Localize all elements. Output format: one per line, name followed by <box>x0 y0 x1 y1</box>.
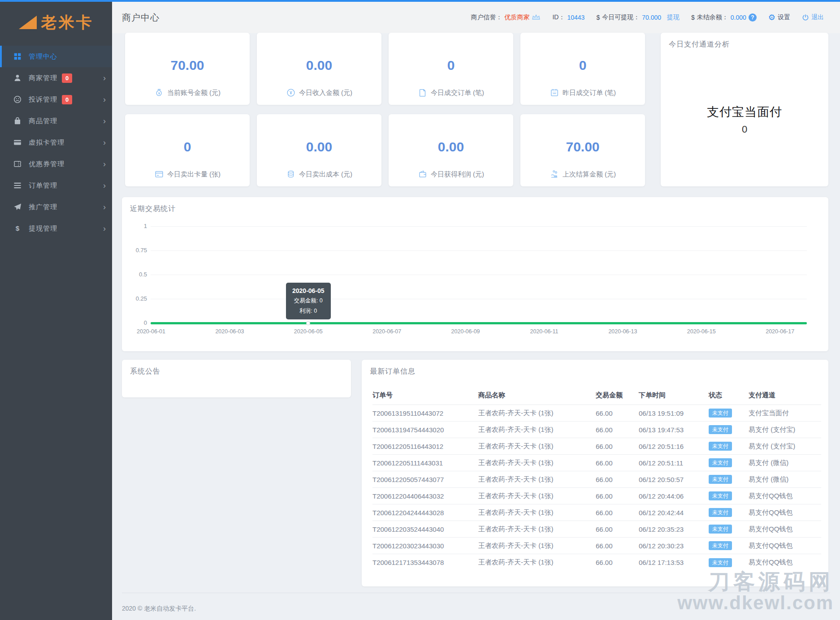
chart-line-series <box>151 322 807 324</box>
orders-table: 订单号商品名称交易金额下单时间状态支付通道T200613195110443072… <box>372 386 821 571</box>
sidebar-item-dashboard[interactable]: 管理中心 <box>0 46 112 67</box>
stat-card: 0昨日成交订单 (笔) <box>520 33 645 105</box>
stat-label: 今日卖出卡量 (张) <box>167 170 221 179</box>
sidebar-item-complaint[interactable]: 投诉管理0› <box>0 89 112 110</box>
status-badge: 未支付 <box>709 425 732 434</box>
table-row: T200612204406443032王者农药-齐天-天卡 (1张)66.000… <box>372 488 821 504</box>
cell-time: 06/12 20:35:23 <box>639 525 709 533</box>
cell-time: 06/12 20:50:57 <box>639 476 709 483</box>
withdraw-link[interactable]: 提现 <box>667 13 680 22</box>
sidebar-item-product[interactable]: 商品管理› <box>0 110 112 132</box>
order-icon <box>13 181 22 190</box>
dollar-icon: $ <box>691 14 695 21</box>
status-badge: 未支付 <box>709 442 732 451</box>
withdrawable-value: 70.000 <box>642 14 661 21</box>
cell-time: 06/13 19:47:53 <box>639 426 709 434</box>
tooltip-line: 利润: 0 <box>290 307 327 315</box>
x-axis-tick: 2020-06-15 <box>675 328 728 335</box>
watermark-line1: 刀客源码网 <box>677 571 834 593</box>
cell-order-no: T200612204244443028 <box>372 509 478 517</box>
unsettled-value: 0.000 <box>731 14 746 21</box>
settings-group[interactable]: ⚙ 设置 <box>768 13 790 22</box>
app-logo: 老米卡 <box>0 2 112 43</box>
sidebar-item-label: 优惠券管理 <box>29 160 65 168</box>
x-axis-tick: 2020-06-01 <box>124 328 178 335</box>
cell-time: 06/12 20:30:23 <box>639 542 709 550</box>
cell-amount: 66.00 <box>596 559 639 566</box>
orders-title: 最新订单信息 <box>362 360 828 383</box>
y-axis-tick: 0.5 <box>122 271 147 278</box>
sidebar-item-merchant[interactable]: 商家管理0› <box>0 67 112 89</box>
chart-gridline <box>151 226 807 227</box>
stat-value: 0.00 <box>389 139 513 155</box>
help-icon[interactable]: ? <box>749 13 757 22</box>
sidebar-item-virtual-card[interactable]: 虚拟卡管理› <box>0 132 112 153</box>
sidebar-menu: 管理中心商家管理0›投诉管理0›商品管理›虚拟卡管理›优惠券管理›订单管理›推广… <box>0 46 112 239</box>
stat-label: 上次结算金额 (元) <box>563 170 616 179</box>
table-row: T200612205111443031王者农药-齐天-天卡 (1张)66.000… <box>372 455 821 471</box>
cell-order-no: T200612203524443040 <box>372 525 478 533</box>
chevron-right-icon: › <box>103 181 106 189</box>
stat-value: 70.00 <box>520 139 645 155</box>
x-axis-tick: 2020-06-03 <box>203 328 256 335</box>
cell-order-no: T200613194754443020 <box>372 426 478 434</box>
stat-cards: 70.00当前账号金额 (元)0.00今日收入金额 (元)0今日成交订单 (笔)… <box>125 33 645 186</box>
top-accent-line <box>0 0 840 2</box>
coupon-icon <box>13 159 22 168</box>
sidebar-item-label: 订单管理 <box>29 181 57 190</box>
column-header: 状态 <box>709 391 749 400</box>
column-header: 订单号 <box>372 391 478 400</box>
logout-group[interactable]: 退出 <box>802 13 824 22</box>
chart-tooltip: 2020-06-05交易金额: 0利润: 0 <box>286 283 331 319</box>
x-axis-tick: 2020-06-13 <box>596 328 649 335</box>
table-row: T200612204244443028王者农药-齐天-天卡 (1张)66.000… <box>372 504 821 521</box>
payment-panel-title: 今日支付通道分析 <box>661 33 828 56</box>
cell-order-no: T200612205116443012 <box>372 443 478 450</box>
crown-icon <box>532 13 541 23</box>
status-badge: 未支付 <box>709 541 732 550</box>
logout-button[interactable]: 退出 <box>811 13 824 22</box>
cell-amount: 66.00 <box>596 409 639 417</box>
cell-product: 王者农药-齐天-天卡 (1张) <box>478 525 596 534</box>
cell-channel: 易支付QQ钱包 <box>749 492 821 500</box>
stat-card: 0.00今日收入金额 (元) <box>257 33 381 105</box>
cell-channel: 易支付 (微信) <box>749 459 821 467</box>
sell-card-icon <box>154 169 164 179</box>
hand-coins-icon <box>550 169 559 179</box>
money-bag-icon <box>154 88 164 98</box>
sidebar-item-label: 虚拟卡管理 <box>29 138 65 147</box>
page-title: 商户中心 <box>122 12 160 24</box>
settings-button[interactable]: 设置 <box>778 13 790 22</box>
tooltip-line: 交易金额: 0 <box>290 297 327 305</box>
status-badge: 未支付 <box>709 458 732 467</box>
column-header: 商品名称 <box>478 391 596 400</box>
stat-card: 0今日卖出卡量 (张) <box>125 114 250 186</box>
sidebar-item-coupon[interactable]: 优惠券管理› <box>0 153 112 175</box>
chevron-right-icon: › <box>103 138 106 146</box>
table-row: T200613195110443072王者农药-齐天-天卡 (1张)66.000… <box>372 405 821 422</box>
stat-value: 0 <box>389 58 513 73</box>
logo-text: 老米卡 <box>41 12 94 33</box>
coins-icon <box>286 169 296 179</box>
sidebar-item-promotion[interactable]: 推广管理› <box>0 196 112 218</box>
reputation-label: 商户信誉： <box>471 13 502 22</box>
stat-label: 当前账号金额 (元) <box>167 89 221 97</box>
tooltip-date: 2020-06-05 <box>290 287 327 294</box>
stat-label: 今日获得利润 (元) <box>431 170 484 179</box>
y-axis-tick: 0.25 <box>122 295 147 302</box>
column-header: 交易金额 <box>596 391 639 400</box>
sidebar-item-withdraw[interactable]: $提现管理› <box>0 218 112 239</box>
cell-product: 王者农药-齐天-天卡 (1张) <box>478 542 596 550</box>
y-axis-tick: 0.75 <box>122 247 147 254</box>
cell-channel: 易支付QQ钱包 <box>749 542 821 550</box>
id-label: ID： <box>552 13 565 22</box>
cell-time: 06/12 17:13:53 <box>639 559 709 566</box>
table-row: T200612171353443078王者农药-齐天-天卡 (1张)66.000… <box>372 554 821 571</box>
y-axis-tick: 1 <box>122 223 147 229</box>
cell-product: 王者农药-齐天-天卡 (1张) <box>478 492 596 500</box>
sidebar-item-label: 管理中心 <box>29 52 57 61</box>
payment-channel-panel: 今日支付通道分析 支付宝当面付 0 <box>661 33 828 186</box>
x-axis-tick: 2020-06-17 <box>753 328 807 335</box>
sidebar-item-order[interactable]: 订单管理› <box>0 175 112 196</box>
latest-orders-panel: 最新订单信息 订单号商品名称交易金额下单时间状态支付通道T20061319511… <box>362 360 828 586</box>
